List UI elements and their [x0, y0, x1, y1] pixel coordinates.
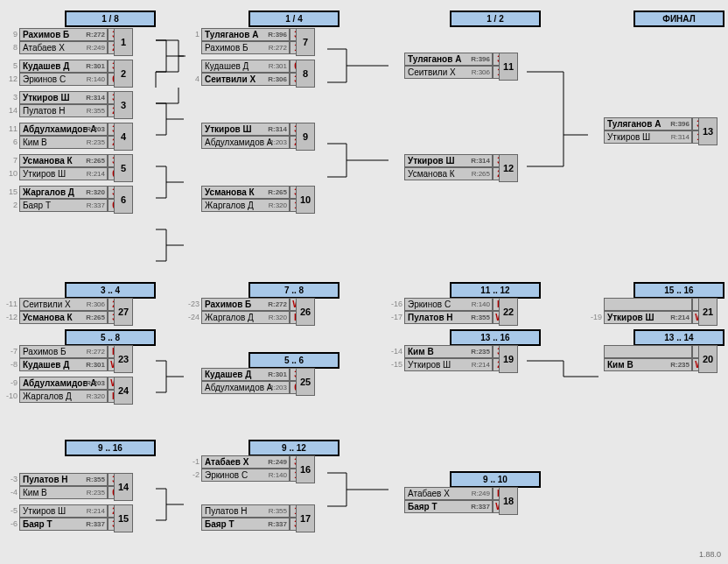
player-name: Сеитвили Х	[205, 74, 256, 85]
match: 9Рахимов БR:27238Атабаев ХR:2492	[4, 28, 122, 54]
match-row: 6Ким ВR:2352	[4, 136, 122, 149]
seed: 14	[4, 104, 19, 117]
match: 3Уткиров ШR:314314Пулатов НR:3552	[4, 91, 122, 117]
round-header: 13 .. 16	[450, 329, 541, 346]
player-name: Ким В	[408, 346, 434, 357]
player-cell: Абдулхамидов АR:203	[201, 381, 290, 394]
player-cell: Абдулхамидов АR:203	[19, 377, 108, 390]
seed: 12	[4, 73, 19, 86]
player-name: Баяр Т	[205, 518, 234, 530]
player-rating: R:301	[268, 369, 287, 380]
player-cell: Баяр ТR:337	[404, 500, 493, 513]
match-row: Уткиров ШR:3143	[186, 123, 304, 136]
round-header: 3 .. 4	[65, 282, 156, 299]
match-row: Жаргалов ДR:3201	[186, 199, 304, 212]
match: Туляганов АR:3963Сеитвили ХR:3061	[388, 53, 507, 79]
round-header: 9 .. 12	[248, 440, 340, 456]
player-rating: R:272	[87, 346, 105, 357]
match-row: -4Ким ВR:2350	[4, 486, 122, 499]
match-row: -2Эркинов СR:1401	[186, 469, 304, 482]
player-rating: R:235	[87, 487, 105, 498]
player-rating: R:301	[269, 60, 287, 72]
round-header: 5 .. 6	[248, 352, 340, 369]
seed	[186, 186, 201, 199]
match-row: -23Рахимов БR:272W	[186, 298, 304, 311]
seed: 10	[4, 167, 19, 180]
match-row: -12Усманова КR:2653	[4, 311, 122, 324]
match-row: 15Жаргалов ДR:3203	[4, 186, 122, 199]
player-cell: Уткиров ШR:314	[201, 123, 290, 136]
seed	[388, 154, 404, 167]
player-name: Пулатов Н	[23, 474, 68, 485]
round-header: 7 .. 8	[248, 282, 340, 299]
match: 15Жаргалов ДR:32032Баяр ТR:3370	[4, 186, 122, 212]
player-rating: R:249	[268, 456, 287, 468]
seed	[186, 381, 201, 394]
player-cell: Ким ВR:235	[19, 136, 108, 149]
player-rating: R:235	[471, 346, 490, 357]
player-name: Ким В	[607, 359, 634, 370]
player-rating: R:314	[86, 92, 105, 103]
player-rating: R:320	[86, 187, 105, 198]
match: Атабаев ХR:249LБаяр ТR:337W	[388, 487, 507, 513]
player-name: Сеитвили Х	[408, 67, 456, 78]
match-number: 22	[499, 298, 518, 326]
player-rating: R:203	[269, 382, 287, 393]
player-name: Кудашев Д	[23, 359, 69, 370]
player-rating: R:355	[471, 312, 490, 323]
seed	[186, 518, 201, 531]
player-name: Уткиров Ш	[607, 312, 654, 323]
player-rating: R:306	[472, 67, 490, 78]
seed	[388, 66, 404, 79]
match-row: -11Сеитвили ХR:3062	[4, 298, 122, 311]
player-cell: Жаргалов ДR:320	[201, 199, 290, 212]
seed: -17	[388, 311, 404, 324]
player-cell: Абдулхамидов АR:203	[201, 136, 290, 149]
seed	[588, 298, 604, 311]
round-header: 9 .. 16	[65, 440, 156, 456]
match-number: 2	[114, 60, 133, 88]
player-rating: R:265	[86, 155, 105, 166]
seed	[388, 53, 404, 66]
seed	[186, 368, 201, 381]
match-row: -15Уткиров ШR:2142	[388, 358, 507, 371]
player-cell: Кудашев ДR:301	[19, 60, 108, 73]
match-number: 6	[114, 186, 133, 214]
player-rating: R:203	[86, 123, 105, 135]
match-row: Туляганов АR:3963	[588, 117, 706, 130]
player-rating: R:140	[472, 299, 490, 310]
player-cell: Уткиров ШR:314	[404, 154, 493, 167]
player-cell: Баяр ТR:337	[201, 518, 290, 531]
match-row: Усманова КR:2653	[186, 186, 304, 199]
player-name: Усманова К	[23, 155, 73, 166]
player-cell: Уткиров ШR:214	[19, 504, 108, 518]
player-cell: Эркинов СR:140	[19, 73, 108, 86]
match: 5Кудашев ДR:301312Эркинов СR:1400	[4, 60, 122, 86]
seed: 4	[186, 73, 201, 86]
match: Ким ВR:235W	[588, 345, 706, 371]
player-name: Баяр Т	[408, 501, 438, 512]
player-rating: R:396	[268, 29, 287, 40]
match: Уткиров ШR:3143Усманова КR:2652	[388, 154, 507, 180]
match: -19Уткиров ШR:214W	[588, 298, 706, 324]
round-header: 1 / 2	[450, 11, 541, 27]
player-rating: R:337	[87, 200, 105, 211]
player-cell: Жаргалов ДR:320	[19, 390, 108, 403]
version-label: 1.88.0	[699, 550, 721, 559]
match-row: -10Жаргалов ДR:320L	[4, 390, 122, 403]
seed	[186, 123, 201, 136]
round-header: 1 / 4	[248, 11, 340, 27]
seed	[186, 41, 201, 54]
player-cell	[604, 298, 692, 311]
player-name: Пулатов Н	[408, 312, 453, 323]
seed: 2	[4, 199, 19, 212]
seed: -1	[186, 455, 201, 469]
match-number: 1	[114, 28, 133, 56]
player-rating: R:235	[670, 359, 690, 370]
player-cell: Туляганов АR:396	[604, 117, 692, 130]
player-name: Эркинов С	[205, 469, 248, 481]
player-cell: Усманова КR:265	[201, 186, 290, 199]
match: -9Абдулхамидов АR:203W-10Жаргалов ДR:320…	[4, 377, 122, 403]
player-rating: R:214	[472, 359, 490, 370]
seed: -9	[4, 377, 19, 390]
